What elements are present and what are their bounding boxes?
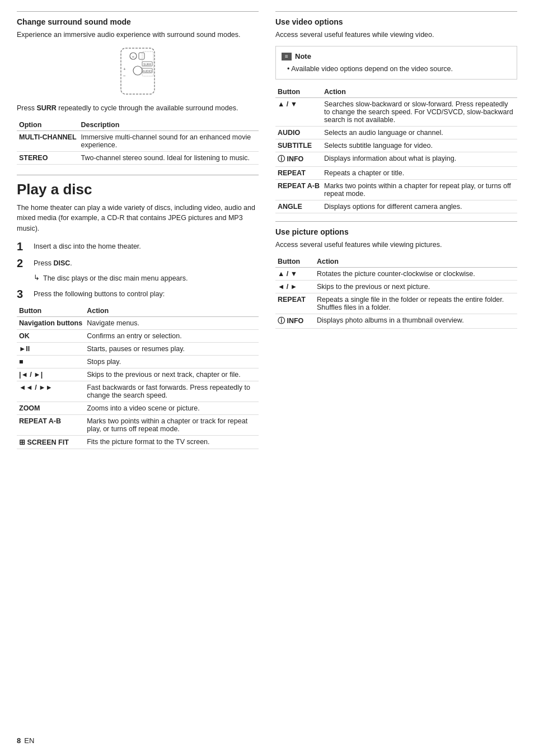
surround-option: MULTI-CHANNEL [17, 130, 79, 151]
video-button-row: SUBTITLESelects subtitle language for vi… [275, 139, 517, 152]
btn-col2: Action [85, 305, 259, 317]
video-button: REPEAT A-B [275, 180, 322, 200]
svg-rect-3 [139, 53, 144, 59]
svg-text:−: − [123, 73, 126, 78]
disc-action: Marks two points within a chapter or tra… [85, 414, 259, 435]
play-disc-intro: The home theater can play a wide variety… [17, 203, 259, 234]
video-button: AUDIO [275, 127, 322, 139]
svg-text:SURR: SURR [143, 62, 152, 66]
video-button: ⓘ INFO [275, 152, 322, 167]
disc-button: Navigation buttons [17, 316, 85, 329]
surround-option: STEREO [17, 151, 79, 164]
picture-options-divider [275, 221, 517, 222]
surround-options-table: Option Description MULTI-CHANNELImmersiv… [17, 119, 259, 165]
note-label: Note [295, 51, 311, 62]
video-col2: Action [322, 86, 517, 98]
disc-action: Starts, pauses or resumes play. [85, 342, 259, 355]
step-2-sub-text: The disc plays or the disc main menu app… [43, 273, 188, 284]
video-col1: Button [275, 86, 322, 98]
video-action: Repeats a chapter or title. [322, 167, 517, 180]
picture-button: ◄ / ► [275, 280, 315, 293]
video-button: REPEAT [275, 167, 322, 180]
note-bullet: • Available video options depend on the … [287, 64, 511, 74]
picture-button-row: ▲ / ▼Rotates the picture counter-clockwi… [275, 267, 517, 280]
video-options-divider [275, 11, 517, 12]
options-col2: Description [79, 119, 259, 131]
page-footer: 8 EN [17, 734, 517, 745]
disc-button-row: Navigation buttonsNavigate menus. [17, 316, 259, 329]
note-box: ≡ Note • Available video options depend … [275, 46, 517, 80]
picture-button: ⓘ INFO [275, 314, 315, 328]
video-action: Selects an audio language or channel. [322, 127, 517, 139]
step-1-text: Insert a disc into the home theater. [34, 240, 141, 252]
picture-action: Displays photo albums in a thumbnail ove… [315, 314, 517, 328]
pic-col1: Button [275, 256, 315, 268]
disc-button: |◄ / ►| [17, 368, 85, 381]
page: Change surround sound mode Experience an… [0, 0, 534, 756]
video-button-row: AUDIOSelects an audio language or channe… [275, 127, 517, 139]
video-options-body: Access several useful features while vie… [275, 30, 517, 40]
step-3-text: Press the following buttons to control p… [34, 287, 165, 300]
surround-description: Immersive multi-channel sound for an enh… [79, 130, 259, 151]
video-button-row: ▲ / ▼Searches slow-backward or slow-forw… [275, 98, 517, 127]
disc-button: OK [17, 329, 85, 342]
video-action: Marks two points within a chapter for re… [322, 180, 517, 200]
pic-col2: Action [315, 256, 517, 268]
disc-button-row: |◄ / ►|Skips to the previous or next tra… [17, 368, 259, 381]
disc-button: REPEAT A-B [17, 414, 85, 435]
svg-text:AUDIO: AUDIO [143, 69, 152, 72]
disc-button-row: REPEAT A-BMarks two points within a chap… [17, 414, 259, 435]
remote-image-container: « + − SURR AUDIO [17, 46, 259, 96]
left-column: Change surround sound mode Experience an… [17, 11, 259, 729]
play-disc-section: Play a disc The home theater can play a … [17, 175, 259, 449]
picture-options-title: Use picture options [275, 227, 517, 236]
disc-action: Stops play. [85, 355, 259, 368]
page-language: EN [24, 736, 34, 745]
step-2-text: Press DISC. [34, 256, 72, 269]
surround-body: Experience an immersive audio experience… [17, 30, 259, 40]
step-1: 1 Insert a disc into the home theater. [17, 240, 259, 253]
surround-divider [17, 11, 259, 12]
note-header: ≡ Note [282, 51, 511, 62]
disc-action: Confirms an entry or selection. [85, 329, 259, 342]
video-options-title: Use video options [275, 17, 517, 26]
video-options-table: Button Action ▲ / ▼Searches slow-backwar… [275, 86, 517, 213]
disc-action: Fast backwards or fast forwards. Press r… [85, 381, 259, 402]
video-button-row: ANGLEDisplays options for different came… [275, 200, 517, 213]
btn-col1: Button [17, 305, 85, 317]
arrow-bullet: ↳ [34, 273, 40, 282]
surround-description: Two-channel stereo sound. Ideal for list… [79, 151, 259, 164]
video-button-row: REPEATRepeats a chapter or title. [275, 167, 517, 180]
disc-action: Skips to the previous or next track, cha… [85, 368, 259, 381]
disc-button-row: ►IIStarts, pauses or resumes play. [17, 342, 259, 355]
video-action: Selects subtitle language for video. [322, 139, 517, 152]
disc-action: Zooms into a video scene or picture. [85, 402, 259, 414]
video-action: Displays options for different camera an… [322, 200, 517, 213]
video-button: ANGLE [275, 200, 322, 213]
right-column: Use video options Access several useful … [275, 11, 517, 729]
picture-button-row: ⓘ INFODisplays photo albums in a thumbna… [275, 314, 517, 328]
note-icon: ≡ [282, 53, 292, 60]
video-button-row: ⓘ INFODisplays information about what is… [275, 152, 517, 167]
video-button: SUBTITLE [275, 139, 322, 152]
video-button: ▲ / ▼ [275, 98, 322, 127]
surr-bold: SURR [36, 104, 56, 112]
surround-table-row: MULTI-CHANNELImmersive multi-channel sou… [17, 130, 259, 151]
surround-table-row: STEREOTwo-channel stereo sound. Ideal fo… [17, 151, 259, 164]
picture-button-row: REPEATRepeats a single file in the folde… [275, 293, 517, 314]
video-action: Displays information about what is playi… [322, 152, 517, 167]
disc-button-row: ZOOMZooms into a video scene or picture. [17, 402, 259, 414]
step-3: 3 Press the following buttons to control… [17, 287, 259, 301]
step-2-sub: ↳ The disc plays or the disc main menu a… [34, 273, 259, 284]
svg-text:+: + [123, 67, 126, 72]
video-action: Searches slow-backward or slow-forward. … [322, 98, 517, 127]
svg-text:«: « [132, 54, 135, 59]
disc-action: Fits the picture format to the TV screen… [85, 435, 259, 449]
picture-action: Skips to the previous or next picture. [315, 280, 517, 293]
play-disc-button-table: Button Action Navigation buttonsNavigate… [17, 305, 259, 449]
disc-button-row: OKConfirms an entry or selection. [17, 329, 259, 342]
play-disc-title: Play a disc [17, 175, 259, 198]
picture-button: REPEAT [275, 293, 315, 314]
video-button-row: REPEAT A-BMarks two points within a chap… [275, 180, 517, 200]
disc-button: ■ [17, 355, 85, 368]
